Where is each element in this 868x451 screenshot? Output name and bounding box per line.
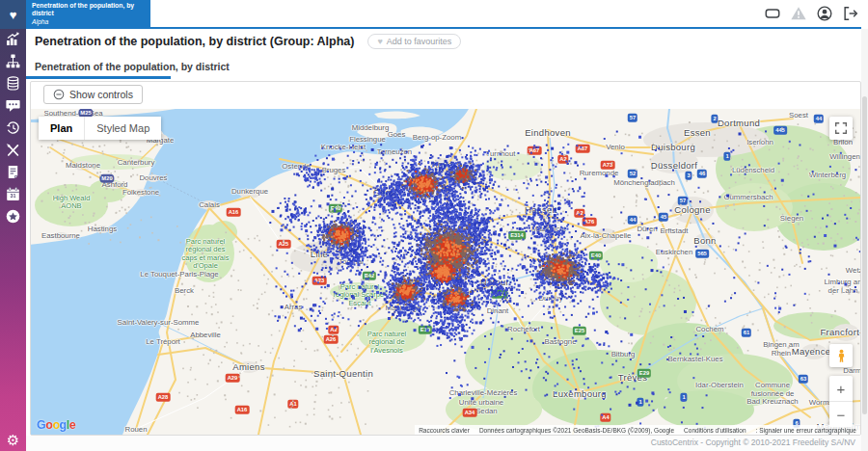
zoom-in-button[interactable]: + <box>829 376 853 402</box>
tab-penetration[interactable]: Penetration of the population, by distri… <box>26 54 171 79</box>
account-icon[interactable] <box>816 5 833 22</box>
comments-icon[interactable] <box>6 98 20 113</box>
show-controls-label: Show controls <box>69 89 133 100</box>
zoom-control: + − <box>829 376 853 427</box>
window-tab-line3: Alpha <box>32 18 145 26</box>
sitemap-icon[interactable] <box>6 54 20 68</box>
heart-icon: ♥ <box>10 8 17 22</box>
scrollbar[interactable] <box>861 29 868 451</box>
map-type-plan-button[interactable]: Plan <box>39 117 84 140</box>
database-icon[interactable] <box>6 76 20 91</box>
design-tools-icon[interactable] <box>6 143 20 157</box>
chart-increase-icon[interactable] <box>6 32 20 46</box>
gear-icon: ⚙ <box>7 432 19 448</box>
star-badge-icon[interactable] <box>6 209 20 224</box>
settings-button[interactable]: ⚙ <box>0 433 26 447</box>
sidebar-item-favourites[interactable]: ♥ <box>0 0 26 29</box>
window-tab-line2: district <box>32 10 145 17</box>
svg-text:31: 31 <box>11 193 16 199</box>
circle-minus-icon <box>53 89 65 100</box>
notes-icon[interactable] <box>6 165 20 179</box>
warning-icon[interactable] <box>790 5 807 22</box>
map-data-overlay <box>31 109 860 435</box>
fullscreen-button[interactable] <box>829 117 853 140</box>
pegman-button[interactable] <box>829 344 853 367</box>
report-panel: Show controls <box>30 81 861 436</box>
logout-icon[interactable] <box>842 5 859 22</box>
pegman-icon <box>834 349 849 363</box>
attribution-item[interactable]: : Signaler une erreur cartographique <box>756 427 856 434</box>
window-restore-icon[interactable] <box>764 5 781 22</box>
calendar-icon[interactable]: 31 <box>6 187 20 201</box>
window-tab-line1: Penetration of the population, by <box>32 2 145 10</box>
page-header: Penetration of the population, by distri… <box>26 29 861 54</box>
add-to-favourites-button[interactable]: ♥ Add to favourites <box>367 34 461 49</box>
map-attribution: Raccourcis clavierDonnées cartographique… <box>415 425 860 435</box>
history-icon[interactable] <box>6 120 20 135</box>
report-tab-bar: Penetration of the population, by distri… <box>26 54 861 81</box>
fullscreen-icon <box>833 120 849 136</box>
scrollbar-thumb[interactable] <box>862 96 867 414</box>
attribution-item[interactable]: Raccourcis clavier <box>419 427 470 434</box>
attribution-item[interactable]: Conditions d'utilisation <box>684 427 746 434</box>
add-to-favourites-label: Add to favourites <box>387 37 452 46</box>
attribution-item: Données cartographiques ©2021 GeoBasis-D… <box>479 427 674 434</box>
zoom-out-button[interactable]: − <box>829 402 853 427</box>
map-type-styled-button[interactable]: Styled Map <box>84 117 161 140</box>
main-area: Penetration of the population, by distri… <box>26 0 861 451</box>
google-logo[interactable]: Google <box>37 418 75 432</box>
show-controls-button[interactable]: Show controls <box>43 85 143 104</box>
controls-bar: Show controls <box>31 82 860 109</box>
sidebar: ♥ 31 ⚙ <box>0 0 26 451</box>
app-footer: CustoCentrix - Copyright © 2010-2021 Fre… <box>26 436 861 451</box>
page-title: Penetration of the population, by distri… <box>35 35 354 48</box>
window-tab-bar: Penetration of the population, by distri… <box>26 0 861 29</box>
window-tab[interactable]: Penetration of the population, by distri… <box>26 0 150 27</box>
map[interactable]: Southend-on-SeaMargateCanterburyMaidston… <box>31 109 860 435</box>
heart-icon: ♥ <box>377 37 382 46</box>
map-type-control: Plan Styled Map <box>39 117 161 140</box>
